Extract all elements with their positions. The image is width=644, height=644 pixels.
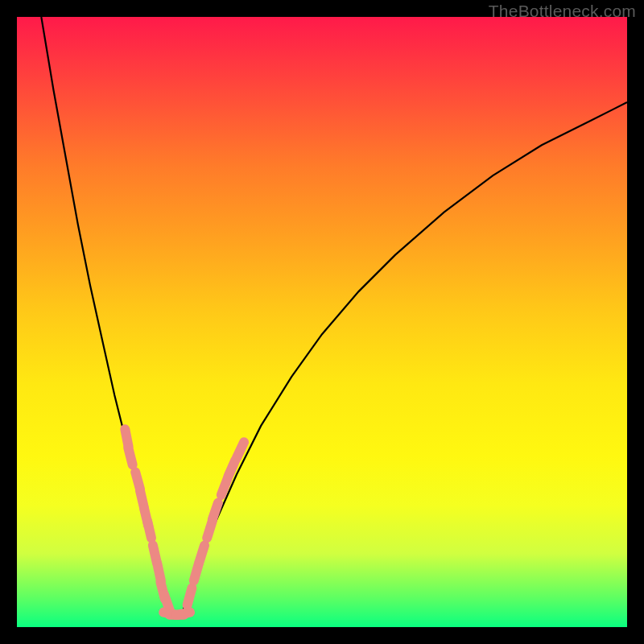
watermark-text: TheBottleneck.com (489, 2, 636, 21)
highlight-segment (213, 503, 218, 520)
curve-right (182, 102, 627, 615)
chart-svg (17, 17, 627, 627)
plot-area (17, 17, 627, 627)
highlight-segment (228, 460, 235, 477)
highlight-segment (175, 613, 190, 616)
highlight-segment (188, 588, 192, 605)
highlight-segments (125, 429, 244, 615)
highlight-segment (237, 442, 244, 458)
highlight-segment (199, 546, 204, 563)
highlight-segment (147, 521, 151, 538)
highlight-segment (128, 448, 133, 464)
